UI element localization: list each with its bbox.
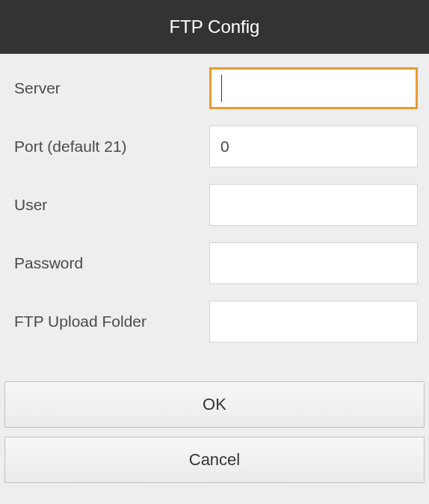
dialog-header: FTP Config <box>0 0 429 54</box>
text-cursor <box>221 75 222 102</box>
server-label: Server <box>11 79 209 97</box>
server-input-wrapper <box>209 67 418 109</box>
upload-folder-row: FTP Upload Folder <box>11 301 418 342</box>
password-row: Password <box>11 242 418 284</box>
password-input[interactable] <box>209 242 418 284</box>
user-input-wrapper <box>209 184 418 226</box>
form-container: Server Port (default 21) User Password F… <box>0 54 429 381</box>
password-input-wrapper <box>209 242 418 284</box>
ok-button[interactable]: OK <box>4 381 425 428</box>
port-input[interactable] <box>209 126 418 168</box>
server-input[interactable] <box>209 67 418 109</box>
upload-folder-label: FTP Upload Folder <box>11 313 209 331</box>
user-label: User <box>11 196 209 214</box>
user-input[interactable] <box>209 184 418 226</box>
dialog-title: FTP Config <box>170 16 260 37</box>
upload-folder-input-wrapper <box>209 301 418 342</box>
port-row: Port (default 21) <box>11 126 418 168</box>
port-label: Port (default 21) <box>11 138 209 156</box>
password-label: Password <box>11 254 209 272</box>
cancel-button[interactable]: Cancel <box>4 437 425 483</box>
upload-folder-input[interactable] <box>209 301 418 342</box>
button-container: OK Cancel <box>0 381 429 483</box>
port-input-wrapper <box>209 126 418 168</box>
server-row: Server <box>11 67 418 109</box>
user-row: User <box>11 184 418 226</box>
